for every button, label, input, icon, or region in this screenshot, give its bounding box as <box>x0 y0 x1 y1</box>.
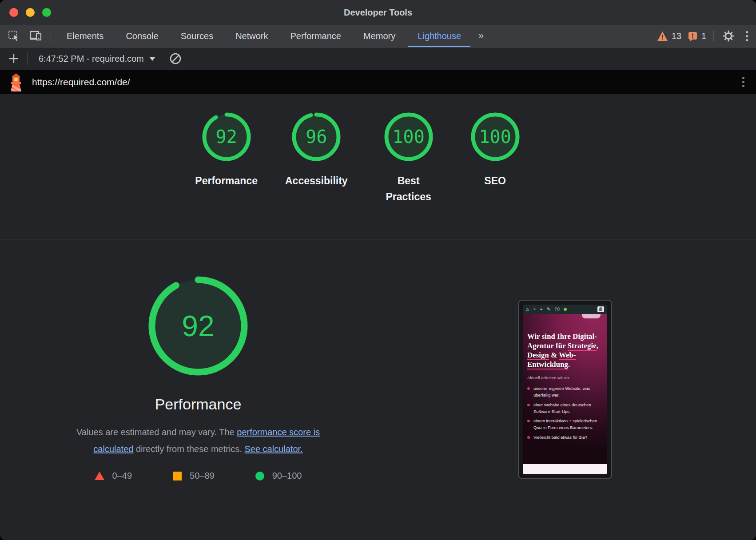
circle-marker-icon <box>255 472 264 480</box>
report-url: https://required.com/de/ <box>32 77 130 87</box>
wp-admin-bar: ⌂◔+✎Ⓨ <box>523 305 607 314</box>
report-selector-dropdown[interactable]: 6:47:52 PM - required.com <box>34 52 160 66</box>
disclaimer-text: Values are estimated and may vary. The <box>76 427 237 437</box>
device-toolbar-icon[interactable] <box>28 28 44 44</box>
score-summary: 92Performance96Accessibility100Best Prac… <box>0 94 756 239</box>
legend-item-0-49: 0–49 <box>95 471 132 481</box>
heading-segment: Strategie <box>568 341 597 350</box>
score-value: 92 <box>201 111 252 163</box>
chevron-down-icon <box>149 57 155 61</box>
score-value: 96 <box>290 111 342 163</box>
settings-gear-icon[interactable] <box>721 28 736 44</box>
score-gauge-best-practices[interactable]: 100Best Practices <box>375 111 442 239</box>
score-label: Accessibility <box>285 173 348 189</box>
score-value: 100 <box>383 111 434 163</box>
score-gauge-seo[interactable]: 100SEO <box>470 111 521 239</box>
legend-range: 50–89 <box>190 471 215 481</box>
tab-performance[interactable]: Performance <box>279 25 353 47</box>
final-screenshot: ⌂◔+✎Ⓨ Wir sind Ihre Digital-Agentur für … <box>523 305 607 474</box>
website-bullet-list: unserer eigenen Website, was überfällig … <box>527 385 603 441</box>
warning-count: 13 <box>672 31 681 41</box>
report-selector-label: 6:47:52 PM - required.com <box>39 54 144 64</box>
more-tabs-button[interactable]: » <box>472 25 489 47</box>
legend-range: 0–49 <box>112 471 132 481</box>
lighthouse-logo-icon <box>8 73 24 91</box>
score-gauge-performance[interactable]: 92Performance <box>195 111 258 239</box>
wp-stats-icon: ◔ <box>533 307 536 312</box>
disclaimer-link[interactable]: See calculator. <box>244 444 302 454</box>
triangle-marker-icon <box>95 472 104 480</box>
tab-elements[interactable]: Elements <box>56 25 115 47</box>
wp-home-icon: ⌂ <box>526 307 529 312</box>
square-marker-icon <box>173 472 182 480</box>
new-report-plus-icon[interactable] <box>6 51 21 66</box>
wp-edit-icon: ✎ <box>547 307 551 312</box>
website-button-pill <box>582 314 601 318</box>
warning-triangle-icon <box>657 31 668 41</box>
heading-segment: Design <box>527 351 549 359</box>
score-disclaimer: Values are estimated and may vary. The p… <box>63 424 333 457</box>
score-legend: 0–4950–8990–100 <box>95 471 302 481</box>
website-intro: Aktuell arbeiten wir an: <box>527 375 603 380</box>
traffic-lights <box>9 8 51 17</box>
score-value: 100 <box>470 111 521 163</box>
website-footer-strip <box>523 464 607 474</box>
score-label: Performance <box>195 173 258 189</box>
performance-score-value: 92 <box>148 276 248 376</box>
clear-reports-icon[interactable] <box>168 51 183 66</box>
zoom-window-button[interactable] <box>42 8 51 17</box>
wp-yoast-icon: Ⓨ <box>555 307 560 312</box>
vertical-divider <box>349 328 349 390</box>
website-bullet-item: einem interaktiven + spielerischen Quiz … <box>527 418 603 431</box>
heading-segment: , <box>597 341 598 350</box>
titlebar: Developer Tools <box>0 0 756 25</box>
performance-gauge: 92 <box>148 276 248 376</box>
score-label: Best Practices <box>375 173 442 205</box>
final-screenshot-frame: ⌂◔+✎Ⓨ Wir sind Ihre Digital-Agentur für … <box>518 300 612 479</box>
window-title: Developer Tools <box>344 8 412 18</box>
tab-lighthouse[interactable]: Lighthouse <box>406 25 472 47</box>
devtools-tabbar: ElementsConsoleSourcesNetworkPerformance… <box>0 25 756 48</box>
legend-item-50-89: 50–89 <box>173 471 215 481</box>
console-warnings-badge[interactable]: 13 <box>657 31 681 41</box>
website-heading: Wir sind Ihre Digital-Agentur für Strate… <box>527 332 603 369</box>
website-preview: Wir sind Ihre Digital-Agentur für Strate… <box>523 314 607 464</box>
tab-sources[interactable]: Sources <box>170 25 224 47</box>
lighthouse-toolbar: 6:47:52 PM - required.com <box>0 48 756 70</box>
report-urlbar: https://required.com/de/ <box>0 70 756 94</box>
score-gauge-accessibility[interactable]: 96Accessibility <box>285 111 348 239</box>
minimize-window-button[interactable] <box>26 8 35 17</box>
performance-section-title: Performance <box>155 396 242 413</box>
panel-tabs: ElementsConsoleSourcesNetworkPerformance… <box>56 25 472 47</box>
wp-avatar <box>597 306 604 312</box>
close-window-button[interactable] <box>9 8 18 17</box>
legend-range: 90–100 <box>272 471 302 481</box>
disclaimer-text: directly from these metrics. <box>133 444 244 454</box>
website-bullet-item: unserer eigenen Website, was überfällig … <box>527 385 603 398</box>
tab-memory[interactable]: Memory <box>352 25 406 47</box>
performance-section: 92 Performance Values are estimated and … <box>0 239 756 540</box>
devtools-menu-icon[interactable] <box>742 28 752 45</box>
wp-status-dot <box>564 308 567 311</box>
report-menu-icon[interactable] <box>739 73 748 91</box>
wp-new-icon: + <box>540 307 542 312</box>
website-bullet-item: Vielleicht bald etwas für Sie? <box>527 434 603 441</box>
issue-count: 1 <box>701 31 706 41</box>
legend-item-90-100: 90–100 <box>255 471 302 481</box>
heading-segment: & <box>549 351 559 359</box>
devtools-window: Developer Tools ElementsConsoleSourcesNe… <box>0 0 756 540</box>
website-bullet-item: einer Website eines deutschen Software-S… <box>527 402 603 415</box>
tab-network[interactable]: Network <box>224 25 279 47</box>
score-label: SEO <box>484 173 506 189</box>
heading-segment: . <box>568 360 570 369</box>
issues-badge[interactable]: 1 <box>688 31 706 41</box>
inspect-element-icon[interactable] <box>6 28 21 44</box>
issues-icon <box>688 31 698 41</box>
tab-console[interactable]: Console <box>115 25 169 47</box>
